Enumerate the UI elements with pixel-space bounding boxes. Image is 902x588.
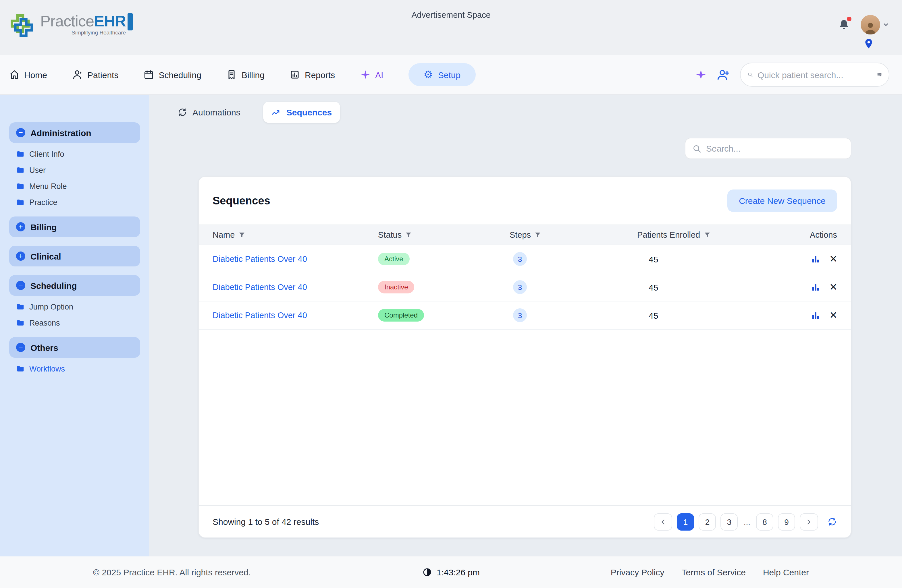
- bar-chart-icon: [811, 310, 821, 320]
- sidebar-item-label: Menu Role: [29, 182, 67, 191]
- sequences-card: Sequences Create New Sequence Name Statu…: [198, 176, 852, 538]
- view-analytics-button[interactable]: [811, 282, 821, 292]
- nav-billing[interactable]: Billing: [227, 69, 265, 80]
- gear-icon: ⚙: [423, 69, 432, 80]
- steps-badge: 3: [513, 308, 527, 322]
- page-button-9[interactable]: 9: [778, 513, 795, 530]
- help-center-link[interactable]: Help Center: [763, 567, 809, 577]
- page-button-3[interactable]: 3: [721, 513, 738, 530]
- current-time: 1:43:26 pm: [437, 567, 480, 577]
- sidebar-item-label: Practice: [29, 198, 58, 207]
- patients-icon: [72, 69, 83, 80]
- advertisement-space: Advertisement Space: [0, 10, 902, 20]
- pagination: 1 2 3 ... 8 9: [654, 513, 837, 530]
- clock-icon: [422, 567, 432, 577]
- sidebar-group-scheduling-header[interactable]: − Scheduling: [9, 275, 140, 296]
- privacy-policy-link[interactable]: Privacy Policy: [611, 567, 664, 577]
- create-new-sequence-button[interactable]: Create New Sequence: [727, 189, 837, 212]
- col-header-name[interactable]: Name: [213, 230, 378, 239]
- sidebar-item-practice[interactable]: Practice: [16, 198, 140, 207]
- prev-page-button[interactable]: [654, 513, 672, 530]
- steps-badge: 3: [513, 280, 527, 294]
- tab-sequences[interactable]: Sequences: [263, 102, 340, 123]
- sidebar-item-client-info[interactable]: Client Info: [16, 150, 140, 158]
- tab-automations[interactable]: Automations: [169, 102, 249, 123]
- filter-funnel-icon[interactable]: [534, 231, 541, 238]
- nav-home-label: Home: [24, 70, 47, 80]
- collapse-icon[interactable]: −: [16, 128, 25, 137]
- terms-of-service-link[interactable]: Terms of Service: [682, 567, 746, 577]
- sidebar-group-billing-header[interactable]: + Billing: [9, 216, 140, 237]
- nav-patients[interactable]: Patients: [72, 69, 118, 80]
- sidebar-group-label: Others: [30, 342, 58, 352]
- search-icon: [747, 70, 753, 79]
- page-button-1[interactable]: 1: [677, 513, 694, 530]
- sidebar-group-others-header[interactable]: − Others: [9, 337, 140, 358]
- sparkle-icon: [360, 69, 371, 80]
- calendar-icon: [144, 69, 154, 80]
- sequence-icon: [271, 107, 281, 117]
- refresh-icon: [177, 107, 187, 117]
- view-analytics-button[interactable]: [811, 310, 821, 320]
- person-add-icon: [717, 68, 730, 81]
- notification-dot: [847, 17, 852, 21]
- nav-ai[interactable]: AI: [360, 69, 383, 80]
- sidebar-item-jump-option[interactable]: Jump Option: [16, 303, 140, 311]
- map-pin-icon: [863, 38, 874, 49]
- notifications-button[interactable]: [838, 18, 850, 31]
- filter-funnel-icon[interactable]: [405, 231, 412, 238]
- nav-scheduling[interactable]: Scheduling: [144, 69, 201, 80]
- sidebar-item-label: Jump Option: [29, 303, 73, 311]
- brand-tagline: Simplifying Healthcare: [72, 29, 126, 36]
- delete-sequence-button[interactable]: ×: [830, 281, 837, 293]
- reports-icon: [290, 69, 300, 80]
- col-header-patients[interactable]: Patients Enrolled: [637, 230, 768, 239]
- collapse-icon[interactable]: −: [16, 281, 25, 290]
- col-header-steps[interactable]: Steps: [510, 230, 637, 239]
- sidebar-item-reasons[interactable]: Reasons: [16, 319, 140, 327]
- filter-funnel-icon[interactable]: [238, 231, 245, 238]
- sequence-name-link[interactable]: Diabetic Patients Over 40: [213, 311, 378, 320]
- sidebar-item-menu-role[interactable]: Menu Role: [16, 182, 140, 191]
- sidebar-item-label: Reasons: [29, 319, 60, 327]
- page-button-2[interactable]: 2: [699, 513, 716, 530]
- nav-reports[interactable]: Reports: [290, 69, 335, 80]
- next-page-button[interactable]: [800, 513, 818, 530]
- sequence-name-link[interactable]: Diabetic Patients Over 40: [213, 254, 378, 264]
- folder-icon: [16, 150, 25, 158]
- view-analytics-button[interactable]: [811, 254, 821, 264]
- avatar: [861, 15, 880, 34]
- delete-sequence-button[interactable]: ×: [830, 309, 837, 322]
- sequence-search-input[interactable]: [706, 144, 844, 153]
- sidebar-group-clinical-header[interactable]: + Clinical: [9, 246, 140, 266]
- ai-shortcut-button[interactable]: [695, 69, 707, 80]
- close-icon: ×: [830, 309, 837, 322]
- collapse-icon[interactable]: −: [16, 343, 25, 352]
- close-icon: ×: [830, 253, 837, 265]
- user-menu[interactable]: [861, 15, 889, 34]
- expand-icon[interactable]: +: [16, 222, 25, 231]
- refresh-list-button[interactable]: [827, 517, 837, 527]
- filter-funnel-icon[interactable]: [703, 231, 710, 238]
- page-button-8[interactable]: 8: [756, 513, 773, 530]
- patients-enrolled-value: 45: [637, 310, 768, 320]
- nav-setup[interactable]: ⚙ Setup: [409, 63, 475, 86]
- nav-home[interactable]: Home: [9, 69, 47, 80]
- quick-patient-search-input[interactable]: [758, 70, 872, 80]
- folder-icon: [16, 166, 25, 175]
- location-pin-button[interactable]: [863, 38, 874, 49]
- page-footer: © 2025 Practice EHR. All rights reserved…: [0, 557, 902, 588]
- sidebar-item-workflows[interactable]: Workflows: [16, 364, 140, 373]
- expand-icon[interactable]: +: [16, 252, 25, 261]
- sequence-name-link[interactable]: Diabetic Patients Over 40: [213, 283, 378, 292]
- sidebar-group-administration: − Administration Client Info User Menu R…: [9, 122, 140, 208]
- col-header-status[interactable]: Status: [378, 230, 510, 239]
- sidebar-group-administration-header[interactable]: − Administration: [9, 122, 140, 143]
- delete-sequence-button[interactable]: ×: [830, 253, 837, 265]
- sidebar-item-user[interactable]: User: [16, 166, 140, 175]
- sidebar-item-label: Workflows: [29, 364, 65, 373]
- sparkle-icon: [695, 69, 707, 80]
- add-patient-button[interactable]: [717, 68, 730, 81]
- filter-sliders-icon[interactable]: [877, 70, 882, 79]
- home-icon: [9, 69, 20, 80]
